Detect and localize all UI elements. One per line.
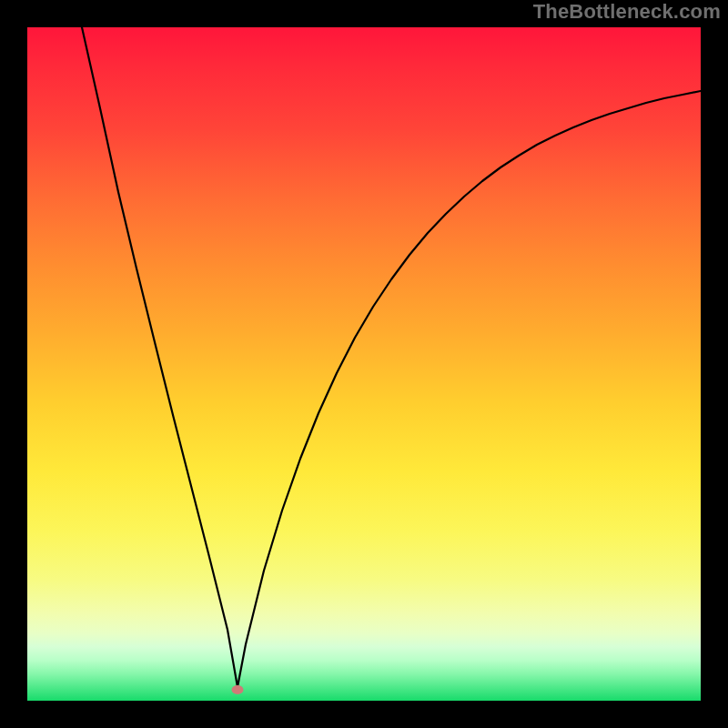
optimum-marker [232, 685, 244, 694]
plot-area [27, 27, 701, 701]
bottleneck-curve [82, 27, 701, 687]
chart-frame: TheBottleneck.com [0, 0, 728, 728]
watermark-text: TheBottleneck.com [533, 0, 721, 24]
curve-layer [27, 27, 701, 701]
